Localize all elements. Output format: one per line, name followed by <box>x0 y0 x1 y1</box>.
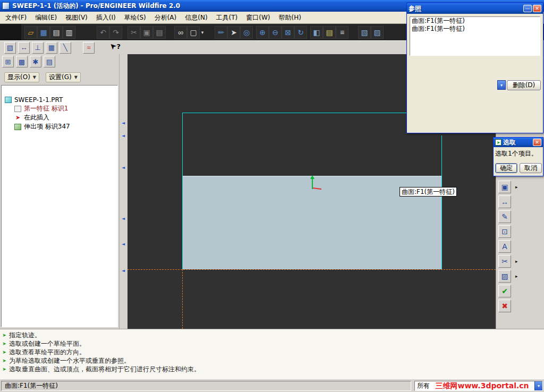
pattern-tool-button[interactable]: ▨ <box>498 270 511 283</box>
paste-button[interactable]: ▤ <box>153 26 166 39</box>
menu-item-analysis[interactable]: 分析(A) <box>150 12 181 24</box>
splitter-arrow-icon[interactable]: ◄ <box>122 121 125 125</box>
select-box-dropdown[interactable]: ▾ <box>200 30 205 35</box>
sketch-edge-right[interactable] <box>441 135 442 269</box>
zoom-out-button[interactable]: ⊖ <box>269 26 282 39</box>
select-dialog-titlebar[interactable]: ➤ 选取 ✕ <box>494 138 543 147</box>
select-tool-button[interactable]: ▣ <box>498 181 511 193</box>
message-line: ➤ 选取或创建一个草绘平面。 <box>1 340 543 347</box>
splitter-arrow-icon[interactable]: ◄ <box>122 134 125 138</box>
protrusion-icon <box>14 124 21 130</box>
select-box-button[interactable]: ▢ <box>187 26 200 39</box>
print-button[interactable]: ▤ <box>50 26 63 39</box>
cut-button[interactable]: ✂ <box>128 26 140 39</box>
coordinate-system-marker <box>308 175 324 191</box>
minimize-button[interactable]: — <box>523 5 532 12</box>
grid-button[interactable]: ▦ <box>46 42 57 54</box>
flyout-arrow-icon[interactable]: ▸ <box>515 274 518 279</box>
sketch-orient-button[interactable]: ▧ <box>4 42 16 54</box>
menu-item-help[interactable]: 帮助(H) <box>275 12 305 24</box>
zoom-fit-button[interactable]: ⊠ <box>282 26 294 39</box>
diagonal-line-icon: ╲ <box>63 44 67 52</box>
sketch-edge-top[interactable] <box>182 113 442 113</box>
ok-button[interactable]: 确定 <box>495 163 517 173</box>
reference-list-item[interactable]: 曲面:F1(第一特征) <box>410 25 540 33</box>
layer-tree-button[interactable]: ▤ <box>44 56 55 67</box>
diagonal-line-button[interactable]: ╲ <box>60 42 71 54</box>
tree-item-insert-here[interactable]: ➤ 在此插入 <box>2 113 117 122</box>
text-tool-button[interactable]: A <box>498 240 511 253</box>
menu-item-insert[interactable]: 插入(I) <box>92 12 120 24</box>
sketch-edge-left[interactable] <box>182 113 183 269</box>
favorites-button[interactable]: ✱ <box>30 56 41 67</box>
menu-item-tools[interactable]: 工具(T) <box>212 12 242 24</box>
view-manager-button[interactable]: ▧ <box>358 26 371 39</box>
splitter-arrow-icon[interactable]: ◄ <box>122 166 125 170</box>
repaint-button[interactable]: ↻ <box>294 26 307 39</box>
tree-item-label: 伸出项 标识347 <box>24 122 70 131</box>
settings-dropdown[interactable]: 设置(G) ▼ <box>46 72 81 82</box>
message-log[interactable]: ➤ 指定轨迹。 ➤ 选取或创建一个草绘平面。 ➤ 选取查看草绘平面的方向。 ➤ … <box>0 329 544 379</box>
modify-tool-button[interactable]: ↔ <box>498 195 511 208</box>
flyout-arrow-icon[interactable]: ▸ <box>515 259 518 264</box>
print-preview-button[interactable]: ▥ <box>63 26 75 39</box>
trim-tool-button[interactable]: ✂ <box>498 255 511 268</box>
splitter-arrow-icon[interactable]: ◄ <box>122 269 125 273</box>
menu-item-edit[interactable]: 编辑(E) <box>31 12 61 24</box>
reference-combo-arrow[interactable]: ▾ <box>497 80 506 90</box>
delete-button[interactable]: 删除(D) <box>507 80 541 90</box>
folder-browser-button[interactable]: ▩ <box>16 56 28 67</box>
feature-icon <box>14 106 21 112</box>
menu-item-sketch[interactable]: 草绘(S) <box>120 12 150 24</box>
print-preview-icon: ▥ <box>65 29 72 36</box>
pointer-button[interactable]: ➤ <box>227 26 240 39</box>
environment-button[interactable]: ≡ <box>336 26 348 39</box>
view-glasses-button[interactable]: ◎ <box>240 26 253 39</box>
show-dropdown[interactable]: 显示(O) ▼ <box>4 72 39 82</box>
reference-list-item[interactable]: 曲面:F1(第一特征) <box>410 17 540 25</box>
close-icon[interactable]: ✕ <box>533 139 541 146</box>
tree-item-label: 在此插入 <box>24 113 49 122</box>
quit-button[interactable]: ✖ <box>498 300 511 312</box>
menu-item-info[interactable]: 信息(N) <box>181 12 211 24</box>
copy-button[interactable]: ▣ <box>140 26 153 39</box>
sketch-plane-button[interactable]: ✏ <box>215 26 227 39</box>
references-dialog-titlebar[interactable]: 参照 — ✕ <box>407 3 543 14</box>
panel-splitter[interactable]: ◄ ◄ ◄ ◄ ◄ ◄ <box>119 54 128 329</box>
splitter-arrow-icon[interactable]: ◄ <box>122 242 125 246</box>
line-style-button[interactable]: ≈ <box>83 42 95 54</box>
spline-tool-button[interactable]: ✎ <box>498 210 511 223</box>
layers-icon: ▤ <box>326 29 333 36</box>
menu-item-window[interactable]: 窗口(W) <box>242 12 274 24</box>
menu-item-file[interactable]: 文件(F) <box>1 12 31 24</box>
menu-item-view[interactable]: 视图(V) <box>61 12 92 24</box>
cut-icon: ✂ <box>131 29 137 36</box>
tree-item-first-feature[interactable]: 第一特征 标识1 <box>2 104 117 113</box>
undo-button[interactable]: ↶ <box>97 26 109 39</box>
horizontal-ref-button[interactable]: ↔ <box>18 42 30 54</box>
undo-icon: ↶ <box>100 29 106 36</box>
centerline-vertical[interactable] <box>182 269 183 329</box>
open-button[interactable]: ▱ <box>24 26 37 39</box>
model-box-button[interactable]: ▨ <box>371 26 384 39</box>
flyout-arrow-icon[interactable]: ▸ <box>515 184 518 190</box>
zoom-in-button[interactable]: ⊕ <box>256 26 269 39</box>
tree-item-protrusion[interactable]: 伸出项 标识347 <box>2 122 117 131</box>
done-button[interactable]: ✔ <box>498 285 511 297</box>
mirror-tool-button[interactable]: ⊡ <box>498 225 511 238</box>
find-button[interactable]: ∞ <box>174 26 187 39</box>
vertical-ref-button[interactable]: ⊥ <box>32 42 44 54</box>
model-tree-toggle-button[interactable]: ⊞ <box>2 56 14 67</box>
shade-button[interactable]: ◧ <box>310 26 323 39</box>
save-button[interactable]: ▦ <box>37 26 50 39</box>
tree-item-part[interactable]: SWEEP-1-1.PRT <box>2 95 117 104</box>
cancel-button[interactable]: 取消 <box>520 163 542 173</box>
filter-dropdown-arrow[interactable]: ▾ <box>534 381 542 390</box>
select-tool-icon: ▣ <box>501 183 508 191</box>
references-dialog: 参照 — ✕ 曲面:F1(第一特征) 曲面:F1(第一特征) ▾ 删除(D) <box>406 3 543 133</box>
splitter-arrow-icon[interactable]: ◄ <box>122 217 125 221</box>
selection-filter-combo[interactable]: 所有 三维网www.3dportal.cn ▾ <box>414 381 543 391</box>
redo-button[interactable]: ↷ <box>109 26 122 39</box>
layers-button[interactable]: ▤ <box>323 26 336 39</box>
close-icon[interactable]: ✕ <box>533 5 541 12</box>
